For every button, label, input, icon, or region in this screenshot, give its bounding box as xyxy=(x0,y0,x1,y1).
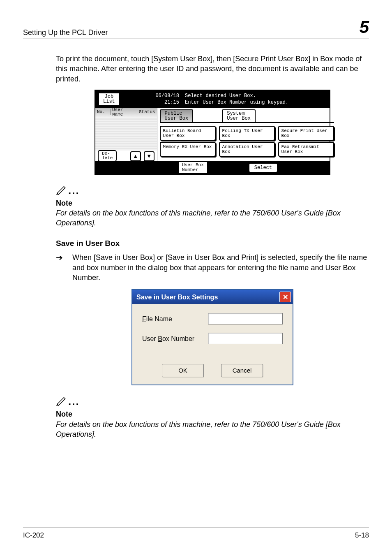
note-block-2: ... Note For details on the box function… xyxy=(56,395,369,439)
col-user: User Name xyxy=(111,108,137,117)
save-in-user-box-dialog: Save in User Box Settings ✕ File Name Us… xyxy=(131,289,293,385)
footer-right: 5-18 xyxy=(355,531,369,540)
chapter-number: 5 xyxy=(360,17,369,37)
mfp-panel-figure: Job List 06/08/18 21:15 Select desired U… xyxy=(95,90,330,175)
box-memory-rx[interactable]: Memory RX User Box xyxy=(160,142,216,157)
tab-public-user-box[interactable]: Public User Box xyxy=(160,109,194,122)
tab-system-user-box[interactable]: System User Box xyxy=(222,109,256,122)
box-bulletin-board[interactable]: Bulletin Board User Box xyxy=(160,126,216,141)
col-status: Status xyxy=(137,109,157,115)
box-secure-print[interactable]: Secure Print User Box xyxy=(278,126,334,141)
scroll-up-button[interactable]: ▲ xyxy=(130,151,141,161)
ok-button[interactable]: OK xyxy=(162,364,204,377)
box-annotation[interactable]: Annotation User Box xyxy=(219,142,275,157)
note-body: For details on the box functions of this… xyxy=(56,208,369,228)
subhead-save-in-user-box: Save in User Box xyxy=(56,238,369,249)
note-body: For details on the box functions of this… xyxy=(56,419,369,440)
delete-button[interactable]: De- lete xyxy=(98,150,117,162)
panel-msg2: Enter User Box Number using keypad. xyxy=(185,99,330,106)
running-header: Setting Up the PCL Driver 5 xyxy=(23,17,369,39)
intro-paragraph: To print the document, touch [System Use… xyxy=(56,54,369,84)
note-ellipsis-icon: ... xyxy=(68,185,80,196)
procedure-text: When [Save in User Box] or [Save in User… xyxy=(72,253,369,283)
panel-msg1: Select desired User Box. xyxy=(185,93,330,99)
label-file-name: File Name xyxy=(142,315,208,324)
footer-left: IC-202 xyxy=(23,531,44,540)
page-footer: IC-202 5-18 xyxy=(23,528,369,540)
col-no: No. xyxy=(95,109,111,115)
job-list-body xyxy=(95,117,157,151)
dialog-title: Save in User Box Settings xyxy=(136,293,218,302)
running-header-left: Setting Up the PCL Driver xyxy=(23,28,108,37)
job-list-button[interactable]: Job List xyxy=(99,93,120,105)
note-ellipsis-icon: ... xyxy=(68,396,80,407)
job-list-header: No. User Name Status xyxy=(95,108,157,117)
box-polling-tx[interactable]: Polling TX User Box xyxy=(219,126,275,141)
scroll-down-button[interactable]: ▼ xyxy=(144,151,154,161)
close-icon[interactable]: ✕ xyxy=(279,292,291,302)
note-title: Note xyxy=(56,409,369,419)
body-column: To print the document, touch [System Use… xyxy=(56,54,369,439)
note-icon xyxy=(56,395,67,408)
user-box-number-input[interactable] xyxy=(208,333,283,344)
label-user-box-number: User Box Number xyxy=(142,334,208,343)
note-icon xyxy=(56,184,67,197)
user-box-number-field[interactable]: User Box Number xyxy=(178,162,208,174)
note-block-1: ... Note For details on the box function… xyxy=(56,184,369,228)
box-fax-retransmit[interactable]: Fax Retransmit User Box xyxy=(278,142,334,157)
procedure-item: ➔ When [Save in User Box] or [Save in Us… xyxy=(56,253,369,283)
arrow-icon: ➔ xyxy=(56,253,72,262)
select-button[interactable]: Select xyxy=(249,163,278,173)
cancel-button[interactable]: Cancel xyxy=(221,364,263,377)
file-name-input[interactable] xyxy=(208,313,283,324)
panel-datetime: 06/08/18 21:15 xyxy=(155,93,179,106)
note-title: Note xyxy=(56,198,369,208)
